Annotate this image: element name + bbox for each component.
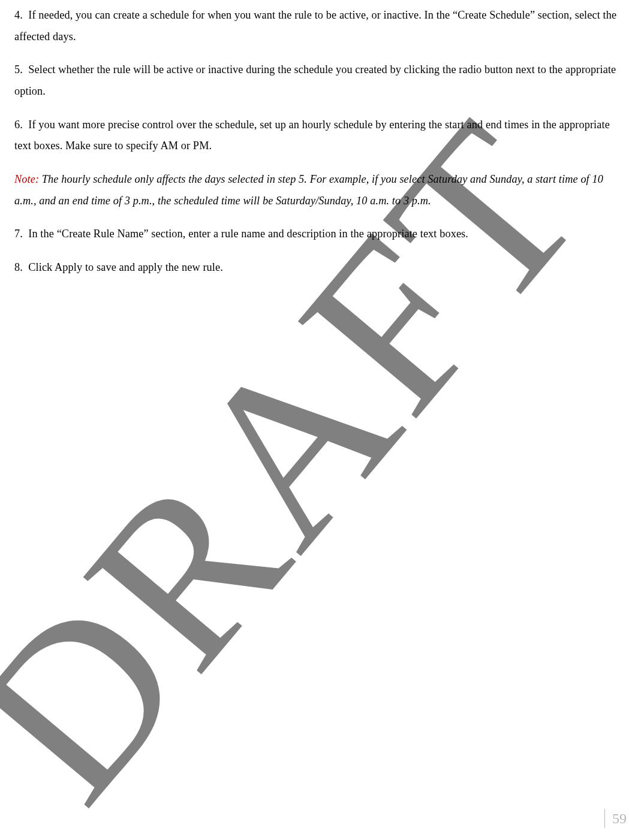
- step-6-text: 6. If you want more precise control over…: [14, 114, 624, 157]
- note-label: Note:: [14, 173, 39, 185]
- page-number-container: 59: [604, 809, 629, 828]
- step-4-text: 4. If needed, you can create a schedule …: [14, 5, 624, 47]
- step-7-text: 7. In the “Create Rule Name” section, en…: [14, 223, 624, 245]
- note-body: The hourly schedule only affects the day…: [14, 173, 603, 207]
- page-number: 59: [612, 811, 629, 827]
- step-5-text: 5. Select whether the rule will be activ…: [14, 59, 624, 102]
- note-paragraph: Note: The hourly schedule only affects t…: [14, 169, 624, 211]
- page-number-divider: [604, 809, 605, 828]
- step-8-text: 8. Click Apply to save and apply the new…: [14, 257, 624, 279]
- document-body: 4. If needed, you can create a schedule …: [0, 0, 629, 279]
